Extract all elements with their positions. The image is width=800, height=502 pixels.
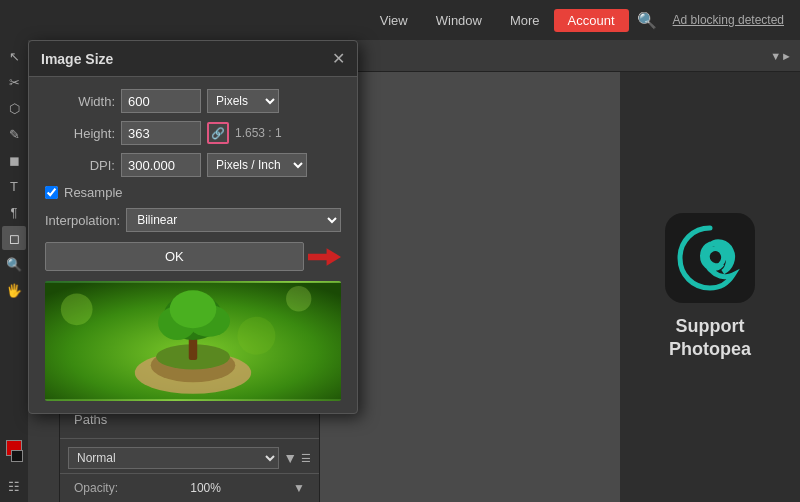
svg-point-3 <box>61 293 93 325</box>
background-color[interactable] <box>11 450 23 462</box>
height-row: Height: 🔗 1.653 : 1 <box>45 121 341 145</box>
modal-preview-image <box>45 281 341 401</box>
search-icon[interactable]: 🔍 <box>629 7 665 34</box>
modal-header: Image Size ✕ <box>29 41 357 77</box>
image-size-modal: Image Size ✕ Width: Pixels Percent Inche… <box>28 40 358 414</box>
interpolation-select[interactable]: Bilinear Bicubic Nearest Neighbor Lanczo… <box>126 208 341 232</box>
tree-svg <box>45 281 341 401</box>
tool-text[interactable]: T <box>2 174 26 198</box>
tool-zoom[interactable]: 🔍 <box>2 252 26 276</box>
modal-body: Width: Pixels Percent Inches Height: 🔗 1… <box>29 77 357 413</box>
dpi-unit-select[interactable]: Pixels / Inch Pixels / cm <box>207 153 307 177</box>
support-label: Support Photopea <box>669 315 751 362</box>
ad-blocking-text[interactable]: Ad blocking detected <box>665 9 792 31</box>
nav-view[interactable]: View <box>366 9 422 32</box>
opacity-value: 100% <box>190 481 221 495</box>
svg-point-4 <box>286 286 311 311</box>
modal-close-button[interactable]: ✕ <box>332 49 345 68</box>
layers-more-icon[interactable]: ☰ <box>301 452 311 465</box>
top-nav: View Window More Account 🔍 Ad blocking d… <box>0 0 800 40</box>
opacity-row: Opacity: 100% ▼ <box>60 474 319 502</box>
blend-mode-select[interactable]: Normal <box>68 447 279 469</box>
ok-button-wrapper: OK <box>45 242 341 271</box>
layers-controls: Normal ▼ ☰ <box>60 443 319 474</box>
expand-icon[interactable]: ▼► <box>770 50 792 62</box>
nav-window[interactable]: Window <box>422 9 496 32</box>
width-input[interactable] <box>121 89 201 113</box>
right-panel: Support Photopea <box>620 72 800 502</box>
resample-checkbox[interactable] <box>45 186 58 199</box>
dpi-label: DPI: <box>45 158 115 173</box>
tool-crop[interactable]: ✂ <box>2 70 26 94</box>
svg-point-5 <box>237 317 275 355</box>
svg-point-13 <box>170 290 217 328</box>
modal-title: Image Size <box>41 51 113 67</box>
link-icon[interactable]: 🔗 <box>207 122 229 144</box>
tool-fill[interactable]: ◼ <box>2 148 26 172</box>
photopea-logo-icon <box>665 213 755 303</box>
interpolation-label: Interpolation: <box>45 213 120 228</box>
opacity-dropdown[interactable]: ▼ <box>293 481 305 495</box>
width-unit-select[interactable]: Pixels Percent Inches <box>207 89 279 113</box>
svg-marker-1 <box>308 248 341 265</box>
dpi-input[interactable] <box>121 153 201 177</box>
width-row: Width: Pixels Percent Inches <box>45 89 341 113</box>
canvas-area <box>320 72 620 502</box>
nav-account[interactable]: Account <box>554 9 629 32</box>
tool-select[interactable]: ↖ <box>2 44 26 68</box>
tool-grid[interactable]: ☷ <box>2 474 26 498</box>
ratio-text: 1.653 : 1 <box>235 126 282 140</box>
resample-row: Resample <box>45 185 341 200</box>
red-arrow-icon <box>308 243 341 271</box>
width-label: Width: <box>45 94 115 109</box>
ok-button[interactable]: OK <box>45 242 304 271</box>
left-toolbar: ↖ ✂ ⬡ ✎ ◼ T ¶ ◻ 🔍 🖐 ☷ <box>0 40 28 502</box>
tool-brush[interactable]: ✎ <box>2 122 26 146</box>
tool-rect[interactable]: ◻ <box>2 226 26 250</box>
tool-shape[interactable]: ⬡ <box>2 96 26 120</box>
tool-para[interactable]: ¶ <box>2 200 26 224</box>
resample-label: Resample <box>64 185 123 200</box>
interpolation-row: Interpolation: Bilinear Bicubic Nearest … <box>45 208 341 232</box>
layers-dropdown-arrow[interactable]: ▼ <box>283 450 297 466</box>
height-label: Height: <box>45 126 115 141</box>
nav-more[interactable]: More <box>496 9 554 32</box>
dpi-row: DPI: Pixels / Inch Pixels / cm <box>45 153 341 177</box>
layers-separator <box>60 438 319 439</box>
height-input[interactable] <box>121 121 201 145</box>
tool-hand[interactable]: 🖐 <box>2 278 26 302</box>
